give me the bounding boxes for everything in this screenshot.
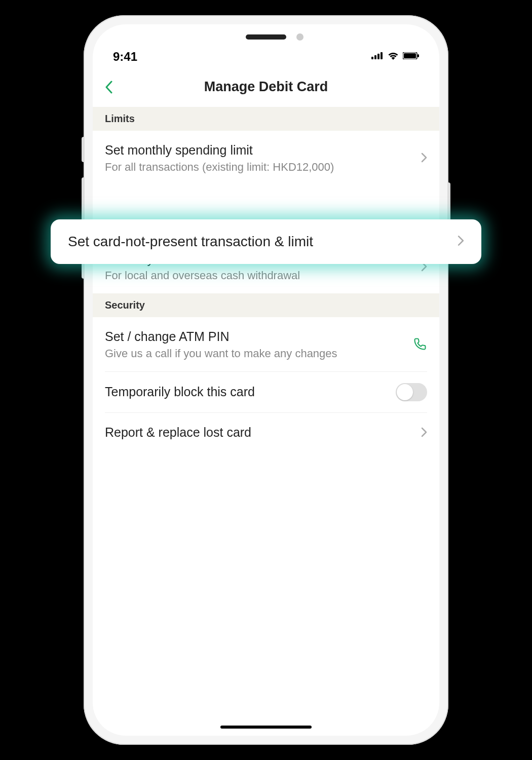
list-content: Set / change ATM PIN Give us a call if y… bbox=[105, 328, 405, 360]
svg-rect-2 bbox=[377, 54, 379, 59]
home-indicator[interactable] bbox=[220, 726, 312, 729]
svg-rect-1 bbox=[374, 55, 376, 59]
volume-up-button bbox=[82, 177, 84, 223]
list-item-title: Set / change ATM PIN bbox=[105, 328, 405, 345]
toggle-switch[interactable] bbox=[396, 383, 427, 401]
status-icons bbox=[371, 52, 419, 62]
toggle-knob bbox=[397, 384, 413, 400]
front-camera bbox=[296, 33, 303, 41]
wifi-icon bbox=[388, 52, 399, 62]
list-item-subtitle: Give us a call if you want to make any c… bbox=[105, 347, 405, 360]
list-item-subtitle: For local and overseas cash withdrawal bbox=[105, 269, 413, 282]
list-item-atm-pin[interactable]: Set / change ATM PIN Give us a call if y… bbox=[93, 317, 439, 371]
chevron-right-icon bbox=[421, 153, 427, 163]
phone-icon bbox=[413, 337, 427, 351]
list-item-subtitle: For all transactions (existing limit: HK… bbox=[105, 161, 413, 174]
nav-header: Manage Debit Card bbox=[93, 70, 439, 107]
section-header-security: Security bbox=[93, 293, 439, 317]
list-content: Report & replace lost card bbox=[105, 424, 413, 441]
list-item-report-lost-card[interactable]: Report & replace lost card bbox=[93, 413, 439, 452]
section-header-limits: Limits bbox=[93, 107, 439, 131]
status-time: 9:41 bbox=[113, 50, 137, 64]
status-bar: 9:41 bbox=[93, 24, 439, 70]
speaker-grill bbox=[246, 34, 286, 40]
svg-rect-3 bbox=[381, 52, 383, 59]
list-item-title: Report & replace lost card bbox=[105, 424, 413, 441]
battery-icon bbox=[403, 52, 419, 61]
svg-rect-5 bbox=[404, 53, 416, 58]
toggle-block-card[interactable] bbox=[396, 383, 427, 401]
list-item-monthly-spending-limit[interactable]: Set monthly spending limit For all trans… bbox=[93, 131, 439, 185]
list-content: Set monthly spending limit For all trans… bbox=[105, 142, 413, 174]
phone-frame: 9:41 bbox=[84, 15, 448, 745]
svg-rect-6 bbox=[417, 54, 419, 57]
cellular-signal-icon bbox=[371, 52, 384, 61]
mute-switch bbox=[82, 137, 84, 162]
list-item-title: Set monthly spending limit bbox=[105, 142, 413, 159]
list-item-title: Set card-not-present transaction & limit bbox=[68, 234, 313, 250]
list-content: Temporarily block this card bbox=[105, 384, 388, 400]
screen: 9:41 bbox=[93, 24, 439, 736]
svg-rect-0 bbox=[371, 57, 373, 59]
chevron-right-icon bbox=[458, 235, 464, 248]
list-item-title: Temporarily block this card bbox=[105, 384, 388, 400]
page-title: Manage Debit Card bbox=[105, 79, 427, 95]
chevron-right-icon bbox=[421, 427, 427, 437]
highlighted-card-not-present-row[interactable]: Set card-not-present transaction & limit bbox=[51, 219, 481, 264]
list-item-block-card: Temporarily block this card bbox=[93, 372, 439, 412]
